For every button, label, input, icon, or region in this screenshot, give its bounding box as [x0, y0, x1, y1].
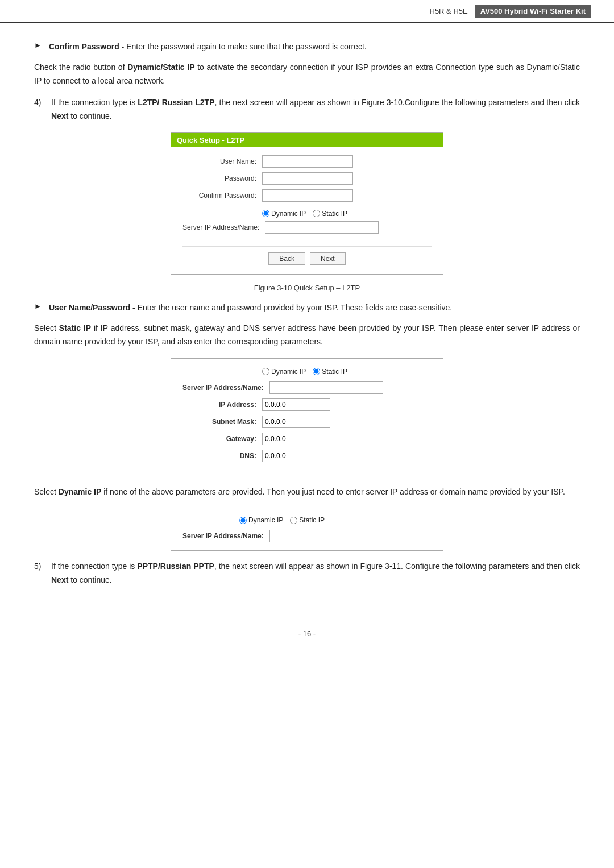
quick-setup-title: Quick Setup - L2TP — [171, 133, 443, 147]
para-select-static: Select Static IP if IP address, subnet m… — [34, 322, 580, 349]
main-content: ► Confirm Password - Enter the password … — [0, 35, 614, 612]
server-ip-name-label: Server IP Address/Name: — [182, 384, 269, 392]
header-model: H5R & H5E — [430, 7, 468, 15]
dynamic-ip-radio-dyn[interactable]: Dynamic IP — [239, 516, 283, 524]
bullet-username-password: ► User Name/Password - Enter the user na… — [34, 301, 580, 314]
subnet-mask-row: Subnet Mask: — [182, 416, 432, 428]
confirm-password-input[interactable] — [262, 189, 353, 202]
confirm-password-label: Confirm Password: — [182, 192, 262, 200]
bullet-arrow-2: ► — [34, 302, 43, 310]
dns-label: DNS: — [182, 452, 262, 460]
bullet-confirm-password: ► Confirm Password - Enter the password … — [34, 40, 580, 53]
header-product: AV500 Hybrid Wi-Fi Starter Kit — [475, 5, 591, 18]
para-select-dynamic: Select Dynamic IP if none of the above p… — [34, 485, 580, 499]
ip-address-label: IP Address: — [182, 401, 262, 409]
page-container: H5R & H5E AV500 Hybrid Wi-Fi Starter Kit… — [0, 0, 614, 868]
static-ip-radio-l2tp[interactable]: Static IP — [313, 210, 347, 218]
page-footer: - 16 - — [0, 629, 614, 649]
gateway-label: Gateway: — [182, 435, 262, 443]
username-password-bold: User Name/Password - — [49, 303, 135, 312]
dns-input[interactable] — [262, 450, 330, 462]
page-number: - 16 - — [298, 629, 316, 638]
item5-number: 5) — [34, 560, 51, 574]
static-ip-radio-dyn[interactable]: Static IP — [290, 516, 325, 524]
server-ip-row-l2tp: Server IP Address/Name: — [182, 221, 432, 234]
numbered-item-5: 5) If the connection type is PPTP/Russia… — [34, 560, 580, 587]
server-ip-dynamic-input[interactable] — [269, 530, 383, 542]
radio-row-l2tp: Dynamic IP Static IP — [182, 210, 432, 218]
password-input[interactable] — [262, 172, 353, 185]
server-ip-input-l2tp[interactable] — [265, 221, 379, 234]
ip-address-row: IP Address: — [182, 398, 432, 411]
ip-address-input[interactable] — [262, 398, 330, 411]
gateway-input[interactable] — [262, 433, 330, 445]
subnet-mask-label: Subnet Mask: — [182, 418, 262, 426]
static-ip-radio-static[interactable]: Static IP — [313, 368, 347, 376]
server-ip-dynamic-row: Server IP Address/Name: — [182, 530, 432, 542]
confirm-password-bold: Confirm Password - — [49, 42, 124, 51]
dns-row: DNS: — [182, 450, 432, 462]
password-row: Password: — [182, 172, 432, 185]
para-dynamic-static: Check the radio button of Dynamic/Static… — [34, 61, 580, 88]
bullet-text-1: Confirm Password - Enter the password ag… — [49, 40, 580, 53]
back-button[interactable]: Back — [268, 252, 305, 265]
server-ip-name-row: Server IP Address/Name: — [182, 381, 432, 394]
header: H5R & H5E AV500 Hybrid Wi-Fi Starter Kit — [0, 0, 614, 23]
item5-text: If the connection type is PPTP/Russian P… — [51, 560, 580, 587]
password-label: Password: — [182, 175, 262, 182]
bullet-arrow-1: ► — [34, 41, 43, 49]
quick-setup-body: User Name: Password: Confirm Password: D… — [171, 147, 443, 274]
dynamic-ip-radio-static[interactable]: Dynamic IP — [262, 368, 306, 376]
dynamic-ip-radio-l2tp[interactable]: Dynamic IP — [262, 210, 306, 218]
confirm-password-row: Confirm Password: — [182, 189, 432, 202]
username-input[interactable] — [262, 155, 353, 168]
item4-number: 4) — [34, 96, 51, 110]
gateway-row: Gateway: — [182, 433, 432, 445]
bullet-text-2: User Name/Password - Enter the user name… — [49, 301, 580, 314]
server-ip-dynamic-label: Server IP Address/Name: — [182, 532, 269, 540]
next-button[interactable]: Next — [310, 252, 346, 265]
item4-text: If the connection type is L2TP/ Russian … — [51, 96, 580, 123]
username-row: User Name: — [182, 155, 432, 168]
static-ip-radio-row: Dynamic IP Static IP — [182, 368, 432, 376]
subnet-mask-input[interactable] — [262, 416, 330, 428]
static-ip-box: Dynamic IP Static IP Server IP Address/N… — [171, 358, 443, 476]
dynamic-ip-box: Dynamic IP Static IP Server IP Address/N… — [171, 508, 443, 551]
figure-caption-l2tp: Figure 3-10 Quick Setup – L2TP — [34, 284, 580, 292]
button-row-l2tp: Back Next — [182, 246, 432, 268]
username-label: User Name: — [182, 157, 262, 165]
quick-setup-l2tp-box: Quick Setup - L2TP User Name: Password: … — [171, 132, 443, 275]
server-ip-name-input[interactable] — [269, 381, 383, 394]
dynamic-radio-row: Dynamic IP Static IP — [182, 516, 432, 524]
numbered-item-4: 4) If the connection type is L2TP/ Russi… — [34, 96, 580, 123]
server-ip-label-l2tp: Server IP Address/Name: — [182, 223, 265, 231]
